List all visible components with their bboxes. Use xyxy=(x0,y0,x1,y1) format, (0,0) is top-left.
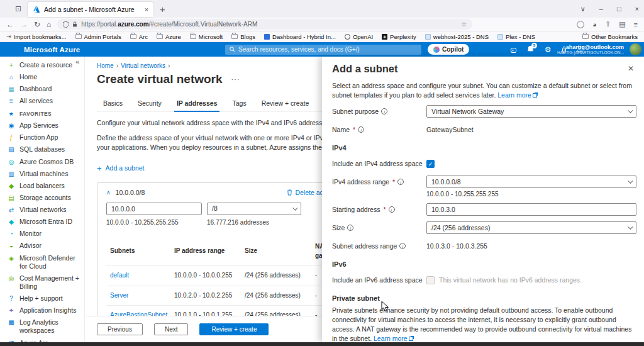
sidebar-items: +Create a resource⌂Home▦Dashboard≡All se… xyxy=(8,59,84,342)
bookmark-item[interactable]: Blogs xyxy=(231,33,255,40)
close-icon[interactable]: × xyxy=(635,5,639,13)
bookmark-item[interactable]: OpenAI xyxy=(345,33,373,40)
notification-badge: 5 xyxy=(531,43,537,48)
storage-accounts-icon: ▤ xyxy=(8,194,15,202)
maximize-icon[interactable]: □ xyxy=(617,5,621,13)
info-icon[interactable]: i xyxy=(381,108,387,114)
sidebar-item-application-insights[interactable]: ✦Application Insights xyxy=(8,304,84,316)
collapse-chevron-icon[interactable]: ∧ xyxy=(106,189,111,197)
mask-dropdown[interactable]: /8 xyxy=(207,203,301,215)
bookmark-item[interactable]: ⇥Import bookmarks... xyxy=(6,33,67,40)
tab-ip-addresses[interactable]: IP addresses xyxy=(170,96,224,111)
bookmark-item[interactable]: ∗Perplexity xyxy=(382,33,416,40)
sidebar-item-function-app[interactable]: ƒFunction App xyxy=(8,131,84,143)
global-search-input[interactable]: Search resources, services, and docs (G+… xyxy=(225,45,421,55)
info-icon[interactable]: i xyxy=(397,179,404,185)
reload-icon[interactable]: ↻ xyxy=(34,21,40,28)
info-icon[interactable]: i xyxy=(399,243,406,249)
sidebar-item-label: Home xyxy=(19,73,37,81)
sidebar-item-label: Cost Management + Billing xyxy=(19,274,82,291)
ipv4-range-dropdown[interactable]: 10.0.0.0/8 xyxy=(426,176,636,188)
bookmark-item[interactable]: Dashboard - Hybrid In... xyxy=(264,33,336,40)
home-icon[interactable]: ⌂ xyxy=(47,21,51,28)
sidebar-item-sql-databases[interactable]: ▤SQL databases xyxy=(8,143,84,155)
panel-close-icon[interactable]: ✕ xyxy=(625,63,636,74)
subnet-name-link[interactable]: Server xyxy=(106,291,174,301)
other-bookmarks[interactable]: Other Bookmarks xyxy=(582,33,638,40)
account-menu[interactable]: ahartig@outlook.com HARTIG (AHARTIGOUTLO… xyxy=(557,44,624,55)
sidebar-item-home[interactable]: ⌂Home xyxy=(8,71,84,83)
sidebar-item-dashboard[interactable]: ▦Dashboard xyxy=(8,83,84,95)
previous-button[interactable]: Previous xyxy=(97,323,143,335)
subnet-purpose-dropdown[interactable]: Virtual Network Gateway xyxy=(426,105,636,118)
settings-gear-icon[interactable]: ⚙ xyxy=(545,46,552,53)
new-tab-button[interactable]: + xyxy=(160,4,165,14)
sidebar-collapse-icon[interactable]: « xyxy=(75,58,79,65)
url-bar[interactable]: https://portal.azure.com/#create/Microso… xyxy=(57,19,472,30)
cloud-shell-icon[interactable]: >_ xyxy=(511,45,516,53)
sidebar-item-log-analytics-workspaces[interactable]: ▩Log Analytics workspaces xyxy=(8,316,84,337)
menu-icon[interactable]: ≡ xyxy=(634,21,638,28)
bookmark-item[interactable]: webhost-2025 - DNS xyxy=(425,33,489,40)
subnet-name-link[interactable]: default xyxy=(106,271,174,281)
sidebar-item-monitor[interactable]: ◔Monitor xyxy=(8,228,84,240)
sidebar-item-storage-accounts[interactable]: ▤Storage accounts xyxy=(8,192,84,204)
copilot-button[interactable]: Copilot xyxy=(428,44,469,55)
sidebar-item-azure-arc[interactable]: ◨Azure Arc xyxy=(8,337,84,342)
extensions-icon[interactable]: ⇧ xyxy=(605,20,611,28)
include-ipv4-checkbox[interactable]: ✓ xyxy=(426,160,435,168)
private-learn-more-link[interactable]: Learn more xyxy=(374,335,408,342)
tabs-menu-icon[interactable]: ∨ xyxy=(580,5,586,13)
avatar[interactable] xyxy=(630,43,641,55)
firefox-view-icon[interactable]: ⊡ xyxy=(15,4,21,13)
advisor-icon: ◒ xyxy=(8,242,15,250)
bookmark-item[interactable]: Plex - DNS xyxy=(497,33,535,40)
next-button[interactable]: Next xyxy=(154,323,189,335)
bookmark-item[interactable]: Microsoft xyxy=(190,33,223,40)
notifications-bell-icon[interactable]: 5 xyxy=(527,45,534,54)
panel-learn-more-link[interactable]: Learn more xyxy=(497,91,531,99)
tab-basics[interactable]: Basics xyxy=(97,96,129,111)
library-icon[interactable]: ▤ xyxy=(619,20,625,28)
sidebar-item-label: Microsoft Defender for Cloud xyxy=(19,254,82,271)
breadcrumb-home[interactable]: Home xyxy=(97,62,114,69)
azure-brand[interactable]: Microsoft Azure xyxy=(24,46,80,53)
sidebar-item-virtual-machines[interactable]: ▥Virtual machines xyxy=(8,168,84,180)
forward-icon[interactable]: → xyxy=(20,21,28,28)
tab-review-create[interactable]: Review + create xyxy=(255,96,316,111)
sidebar-item-virtual-networks[interactable]: ⇄Virtual networks xyxy=(8,204,84,216)
bookmark-item[interactable]: Azure xyxy=(157,33,181,40)
starting-address-input[interactable] xyxy=(426,203,636,216)
sidebar-item-microsoft-defender-for-cloud[interactable]: ◈Microsoft Defender for Cloud xyxy=(8,252,84,272)
size-dropdown[interactable]: /24 (256 addresses) xyxy=(426,221,636,234)
sidebar-item-microsoft-entra-id[interactable]: ◆Microsoft Entra ID xyxy=(8,216,84,228)
review-create-button[interactable]: Review + create xyxy=(199,323,269,335)
info-icon[interactable]: i xyxy=(347,225,353,231)
minimize-icon[interactable]: – xyxy=(599,5,603,13)
sidebar-item-azure-cosmos-db[interactable]: ◎Azure Cosmos DB xyxy=(8,156,84,168)
breadcrumb-virtual-networks[interactable]: Virtual networks xyxy=(121,62,165,69)
bookmark-label: Dashboard - Hybrid In... xyxy=(272,33,336,40)
profile-icon[interactable]: ◕ xyxy=(592,21,597,28)
info-icon[interactable]: i xyxy=(389,206,395,213)
tab-tags[interactable]: Tags xyxy=(226,96,252,111)
tab-close-icon[interactable]: × xyxy=(145,6,148,13)
info-icon[interactable]: i xyxy=(358,126,364,133)
sidebar-item-load-balancers[interactable]: ◆Load balancers xyxy=(8,180,84,192)
sidebar-item-create-a-resource[interactable]: +Create a resource xyxy=(8,59,84,71)
sidebar-item-help-support[interactable]: ?Help + support xyxy=(8,293,84,304)
tab-security[interactable]: Security xyxy=(131,96,168,111)
address-space-input[interactable] xyxy=(106,203,202,215)
sidebar-item-all-services[interactable]: ≡All services xyxy=(8,95,84,107)
pocket-icon[interactable]: ◯ xyxy=(577,20,584,28)
bookmark-item[interactable]: Arc xyxy=(130,33,148,40)
ipv6-disabled-note: This virtual network has no IPv6 address… xyxy=(439,276,582,284)
browser-tab[interactable]: Add a subnet - Microsoft Azure × xyxy=(28,2,153,17)
sidebar-item-cost-management-billing[interactable]: ◎Cost Management + Billing xyxy=(8,272,84,293)
sidebar-item-advisor[interactable]: ◒Advisor xyxy=(8,240,84,252)
back-icon[interactable]: ← xyxy=(6,21,14,28)
sidebar-item-app-services[interactable]: ◉App Services xyxy=(8,120,84,131)
bookmark-star-icon[interactable]: ☆ xyxy=(461,21,467,28)
title-menu-icon[interactable]: ··· xyxy=(231,75,240,83)
bookmark-item[interactable]: Admin Portals xyxy=(75,33,121,40)
